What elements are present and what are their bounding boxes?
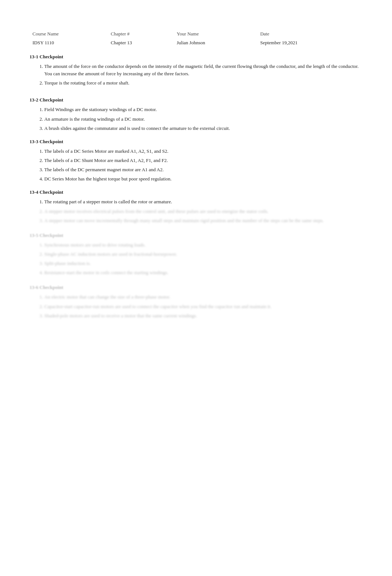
section-13-1-list: The amount of the force on the conductor… xyxy=(44,63,362,87)
list-item: Single-phase AC induction motors are use… xyxy=(44,251,362,258)
section-13-6-list: An electric motor that can change the si… xyxy=(44,293,362,319)
your-name-label: Your Name xyxy=(174,30,257,38)
date-value: September 19,2021 xyxy=(257,38,362,47)
section-13-5-list: Synchronous motors are used to drive rot… xyxy=(44,241,362,277)
list-item: A stepper motor can move incrementally t… xyxy=(44,217,362,224)
list-item: A stepper motor receives electrical puls… xyxy=(44,208,362,215)
list-item: Capacitor-start capacitor-run motors are… xyxy=(44,303,362,310)
list-item: A brush slides against the commutator an… xyxy=(44,125,362,132)
list-item: Split-phase induction is. xyxy=(44,260,362,267)
list-item: The labels of the DC permanent magnet mo… xyxy=(44,166,362,173)
section-13-3: 13-3 Checkpoint The labels of a DC Serie… xyxy=(30,139,362,183)
section-13-4: 13-4 Checkpoint The rotating part of a s… xyxy=(30,189,362,224)
section-13-5-title: 13-5 Checkpoint xyxy=(30,232,362,238)
section-13-2-list: Field Windings are the stationary windin… xyxy=(44,106,362,132)
list-item: The amount of the force on the conductor… xyxy=(44,63,362,77)
course-name-label: Course Name xyxy=(30,30,108,38)
course-name-value: IDSY 1110 xyxy=(30,38,108,47)
list-item: The labels of a DC Series Motor are mark… xyxy=(44,148,362,155)
section-13-6-title: 13-6 Checkpoint xyxy=(30,284,362,290)
list-item: Shaded-pole motors are used to receive a… xyxy=(44,312,362,320)
section-13-4-title: 13-4 Checkpoint xyxy=(30,189,362,195)
date-label: Date xyxy=(257,30,362,38)
section-13-4-list: The rotating part of a stepper motor is … xyxy=(44,198,362,224)
your-name-value: Julian Johnson xyxy=(174,38,257,47)
list-item: Torque is the rotating force of a motor … xyxy=(44,79,362,87)
section-13-3-list: The labels of a DC Series Motor are mark… xyxy=(44,148,362,183)
list-item: The rotating part of a stepper motor is … xyxy=(44,198,362,206)
section-13-1-title: 13-1 Checkpoint xyxy=(30,54,362,60)
section-13-3-title: 13-3 Checkpoint xyxy=(30,139,362,145)
list-item: Resistance-start the motor in coils conn… xyxy=(44,269,362,276)
section-13-1: 13-1 Checkpoint The amount of the force … xyxy=(30,54,362,87)
section-13-5: 13-5 Checkpoint Synchronous motors are u… xyxy=(30,232,362,277)
chapter-label: Chapter # xyxy=(108,30,174,38)
section-13-2: 13-2 Checkpoint Field Windings are the s… xyxy=(30,97,362,132)
header-table: Course Name Chapter # Your Name Date IDS… xyxy=(30,30,362,47)
section-13-6: 13-6 Checkpoint An electric motor that c… xyxy=(30,284,362,319)
list-item: An armature is the rotating windings of … xyxy=(44,115,362,123)
list-item: The labels of a DC Shunt Motor are marke… xyxy=(44,157,362,164)
section-13-2-title: 13-2 Checkpoint xyxy=(30,97,362,103)
list-item: Field Windings are the stationary windin… xyxy=(44,106,362,113)
list-item: Synchronous motors are used to drive rot… xyxy=(44,241,362,249)
chapter-value: Chapter 13 xyxy=(108,38,174,47)
list-item: An electric motor that can change the si… xyxy=(44,293,362,301)
list-item: DC Series Motor has the highest torque b… xyxy=(44,175,362,183)
